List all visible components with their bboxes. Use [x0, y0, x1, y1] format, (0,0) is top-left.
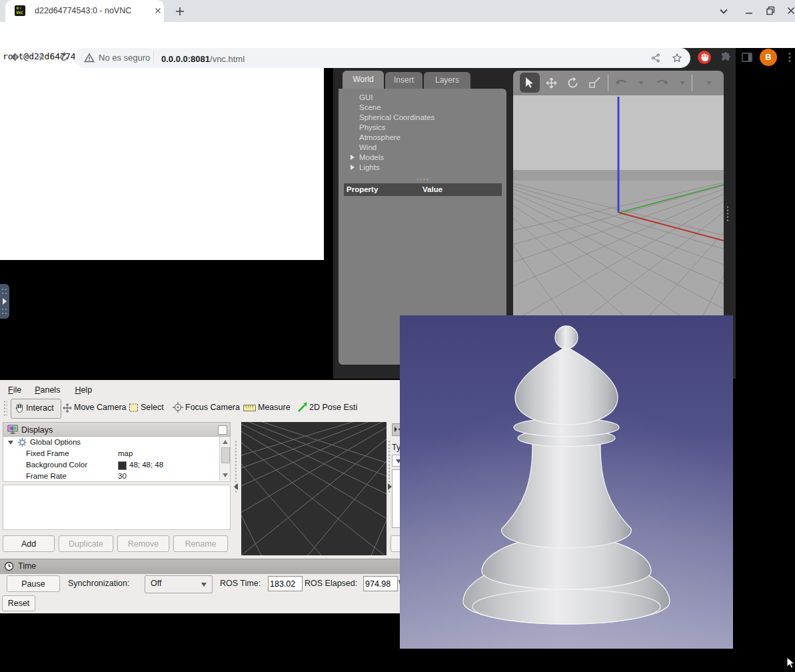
rotate-tool-icon[interactable] — [566, 77, 579, 89]
ros-time-label: ROS Time: — [220, 579, 261, 588]
time-panel-titlebar[interactable]: Time — [0, 559, 405, 574]
scroll-down-icon[interactable] — [223, 473, 228, 477]
description-box[interactable] — [3, 485, 231, 530]
side-panel-icon[interactable] — [741, 51, 753, 63]
focus-camera-tool[interactable]: Focus Camera — [185, 403, 240, 412]
tree-item-wind[interactable]: Wind — [339, 143, 506, 153]
remove-button[interactable]: Remove — [117, 535, 169, 552]
scrollbar[interactable] — [219, 437, 230, 481]
property-label: Frame Rate — [26, 471, 67, 482]
add-button[interactable]: Add — [3, 535, 55, 552]
ros-elapsed-field[interactable] — [363, 576, 398, 591]
gazebo-tab-insert[interactable]: Insert — [385, 72, 422, 89]
rviz-window: FilePanelsHelp Interact Move Camera Sele… — [0, 380, 405, 613]
new-tab-button[interactable] — [173, 5, 187, 18]
select-tool[interactable]: Select — [141, 403, 164, 412]
duplicate-button[interactable]: Duplicate — [59, 535, 113, 552]
move-camera-tool[interactable]: Move Camera — [74, 403, 127, 412]
gazebo-tab-layers[interactable]: Layers — [424, 72, 470, 89]
tab-title: d22d64774543:0 - noVNC — [35, 6, 131, 15]
undo-dropdown-icon[interactable] — [638, 81, 644, 85]
measure-tool-icon[interactable] — [243, 405, 256, 411]
displays-titlebar[interactable]: Displays — [3, 422, 231, 437]
measure-tool[interactable]: Measure — [258, 403, 291, 412]
window-close-icon[interactable] — [786, 6, 795, 15]
tree-item-scene[interactable]: Scene — [339, 103, 506, 113]
expander-icon[interactable] — [351, 165, 355, 170]
forward-arrow-icon[interactable] — [33, 51, 46, 63]
share-icon[interactable] — [650, 53, 661, 63]
tree-item-lights[interactable]: Lights — [339, 163, 506, 173]
gazebo-tab-world[interactable]: World — [343, 71, 384, 89]
ros-time-field[interactable] — [268, 576, 303, 591]
window-minimize-icon[interactable] — [744, 5, 754, 16]
scroll-up-icon[interactable] — [223, 440, 228, 444]
collapse-left-icon[interactable] — [234, 483, 238, 490]
gazebo-3d-viewport[interactable] — [513, 95, 724, 315]
extra-dropdown-icon[interactable] — [706, 81, 712, 85]
tree-item-physics[interactable]: Physics — [339, 123, 506, 133]
tree-item-gui[interactable]: GUI — [339, 93, 506, 103]
url-divider — [153, 51, 154, 65]
expander-icon[interactable] — [351, 155, 355, 160]
rviz-menu-file[interactable]: File — [8, 385, 21, 395]
back-arrow-icon[interactable] — [9, 51, 22, 63]
pause-button[interactable]: Pause — [7, 575, 60, 592]
scroll-thumb[interactable] — [221, 447, 230, 463]
rviz-3d-view[interactable] — [241, 422, 387, 555]
redo-dropdown-icon[interactable] — [680, 81, 685, 85]
window-restore-icon[interactable] — [766, 5, 776, 16]
vnc-favicon: VNC — [15, 5, 25, 16]
reset-button[interactable]: Reset — [2, 595, 35, 611]
fixed-frame-row[interactable]: Fixed Frame map — [3, 448, 230, 459]
tab-search-chevron-icon[interactable] — [719, 7, 728, 15]
tree-item-models[interactable]: Models — [339, 153, 506, 163]
redo-icon[interactable] — [654, 77, 669, 88]
frame-rate-row[interactable]: Frame Rate 30 — [3, 471, 230, 482]
undo-icon[interactable] — [614, 77, 629, 88]
panel-float-button[interactable] — [218, 425, 227, 435]
rename-button[interactable]: Rename — [173, 535, 228, 552]
property-value[interactable]: 30 — [118, 471, 127, 482]
rviz-menu-panels[interactable]: Panels — [35, 385, 60, 395]
reload-icon[interactable] — [57, 51, 69, 63]
url-text[interactable]: 0.0.0.0:8081/vnc.html — [161, 53, 245, 65]
interact-tool-button[interactable]: Interact — [11, 399, 61, 419]
adblock-hand-icon[interactable] — [697, 50, 712, 65]
tree-item-spherical[interactable]: Spherical Coordinates — [339, 113, 506, 123]
focus-camera-icon[interactable] — [173, 402, 183, 413]
novnc-control-handle[interactable] — [0, 284, 9, 319]
synchronization-select[interactable]: Off — [145, 575, 213, 593]
select-arrow-tool[interactable] — [520, 73, 540, 93]
toolbar-drag-handle[interactable] — [3, 400, 7, 416]
global-options-row[interactable]: Global Options — [3, 437, 230, 448]
rviz-menu-help[interactable]: Help — [75, 385, 92, 395]
property-value[interactable]: map — [118, 448, 133, 459]
url-host: 0.0.0.0:8081 — [161, 54, 210, 64]
profile-avatar[interactable]: B — [760, 49, 777, 66]
property-value[interactable]: 48; 48; 48 — [129, 459, 163, 471]
bookmark-star-icon[interactable] — [672, 53, 682, 63]
browser-tab[interactable]: VNC d22d64774543:0 - noVNC — [5, 0, 164, 22]
extensions-puzzle-icon[interactable] — [720, 51, 732, 63]
translate-tool-icon[interactable] — [545, 77, 558, 89]
select-tool-icon[interactable] — [129, 403, 139, 413]
chess-pawn-model — [400, 315, 733, 649]
move-camera-icon[interactable] — [62, 403, 73, 413]
tab-close-icon[interactable] — [153, 6, 163, 15]
kebab-menu-icon[interactable] — [785, 51, 794, 63]
terminal-window[interactable]: root@d22d64774543:~# — [0, 48, 324, 260]
security-warning-label[interactable]: No es seguro — [99, 53, 150, 63]
warning-triangle-icon[interactable] — [84, 53, 95, 63]
address-bar[interactable]: No es seguro 0.0.0.0:8081/vnc.html — [75, 48, 690, 68]
dock-handle[interactable] — [726, 205, 730, 223]
background-color-row[interactable]: Background Color 48; 48; 48 — [3, 459, 230, 471]
splitter-handle[interactable] — [416, 178, 430, 181]
pose-estimate-tool[interactable]: 2D Pose Esti — [309, 403, 357, 412]
color-swatch[interactable] — [118, 461, 127, 470]
model-viewer-window[interactable] — [400, 315, 733, 649]
collapse-icon[interactable] — [8, 441, 13, 445]
scale-tool-icon[interactable] — [588, 76, 601, 89]
tree-item-atmosphere[interactable]: Atmosphere — [339, 133, 506, 143]
pose-estimate-icon[interactable] — [297, 401, 309, 413]
